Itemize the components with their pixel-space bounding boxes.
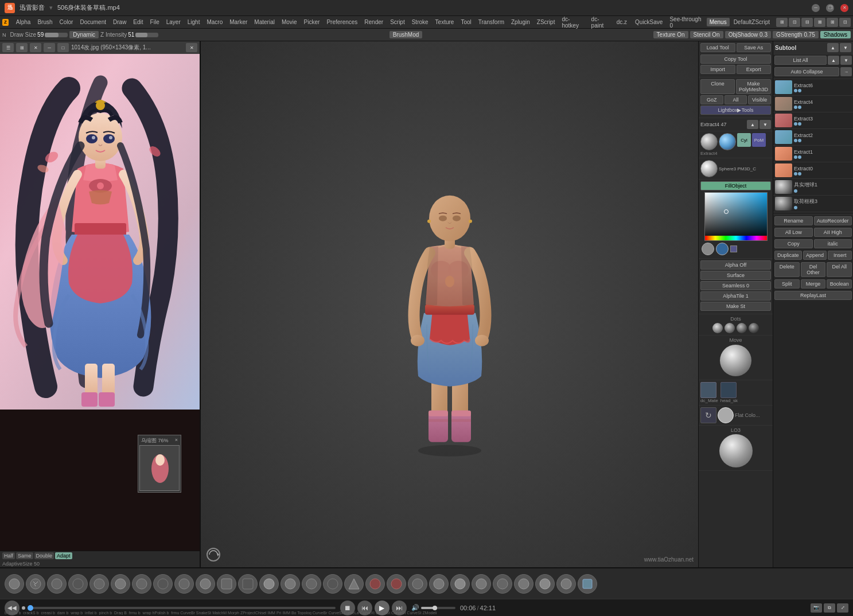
seamless-btn[interactable]: Seamless 0 [700,281,771,290]
popup-close[interactable]: × [175,437,178,445]
auto-recorder-btn[interactable]: AutoRecorder [814,216,852,225]
menu-color[interactable]: Color [57,18,76,26]
tab-half[interactable]: Half [2,552,15,559]
menus-btn[interactable]: Menus [707,18,730,26]
draw-size-slider[interactable] [45,33,68,37]
volume-thumb[interactable] [433,606,437,610]
menu-zplugin[interactable]: Zplugin [508,18,533,26]
toolbar-icon-1[interactable]: ⊞ [776,18,788,27]
menu-dc-z[interactable]: dc.z [614,18,630,26]
save-as-btn[interactable]: Save As [737,43,772,52]
menu-tool[interactable]: Tool [458,18,474,26]
subtool-item-extract2[interactable]: Extract2 [773,129,853,146]
dot-sphere-4[interactable] [749,323,759,333]
subtool-item-extract4[interactable]: Extract4 [773,96,853,112]
subtool-item-extract0[interactable]: Extract0 [773,162,853,179]
brush-imm-bo[interactable] [387,574,406,594]
menu-picker[interactable]: Picker [301,18,323,26]
make-st-btn[interactable]: Make St [700,302,771,311]
brush-curvebr[interactable] [259,574,279,594]
shadows-btn[interactable]: Shadows [820,31,851,38]
brush-b-frmu[interactable] [174,574,194,594]
ref-close-btn[interactable]: ✕ [30,43,41,52]
list-arr-1[interactable]: ▲ [828,56,839,65]
append-btn[interactable]: Append [803,251,827,260]
menu-light[interactable]: Light [185,18,203,26]
menu-stroke[interactable]: Stroke [409,18,431,26]
tab-double[interactable]: Double [34,552,54,559]
copy-tool-btn[interactable]: Copy Tool [700,54,771,64]
brush-morph[interactable] [323,574,342,594]
brush-b-dam[interactable] [68,574,88,594]
make-polymesh-btn[interactable]: Make PolyMesh3D [736,79,771,94]
back-color-swatch[interactable] [716,243,729,255]
main-sphere-icon[interactable] [720,345,751,376]
brush-zmodeli[interactable] [578,574,597,594]
fore-color-swatch[interactable] [702,243,714,255]
brush-matchm[interactable] [302,574,321,594]
rotate-tool-btn[interactable]: ↻ [700,407,716,423]
import-btn[interactable]: Import [700,65,735,74]
insert-btn[interactable]: Insert [828,251,852,260]
menu-texture[interactable]: Texture [433,18,457,26]
fill-object-btn[interactable]: FillObject [700,181,771,190]
extract-arr-dn[interactable]: ▼ [759,120,771,129]
menu-transform[interactable]: Transform [476,18,507,26]
menu-draw[interactable]: Draw [110,18,129,26]
menu-material[interactable]: Material [251,18,278,26]
g-strength-btn[interactable]: GStrength 0.75 [773,31,819,38]
brush-b-wrap[interactable] [89,574,109,594]
menu-zscript[interactable]: ZScript [534,18,558,26]
ref-menu-btn[interactable]: ☰ [2,43,14,52]
duplicate-btn[interactable]: Duplicate [774,251,802,260]
clone-btn[interactable]: Clone [700,79,735,94]
dc-mate-icon[interactable] [700,382,716,398]
auto-collapse-btn[interactable]: Auto Collapse [774,67,839,76]
toolbar-icon-4[interactable]: ⊠ [814,18,825,27]
ref-maximize-btn[interactable]: □ [57,43,69,52]
subtool-item-extract1[interactable]: Extract1 [773,146,853,162]
brush-b-pinch[interactable] [132,574,151,594]
menu-dc-hotkey[interactable]: dc-hotkey [559,15,587,30]
menu-layer[interactable]: Layer [163,18,184,26]
brush-hpolish[interactable] [217,574,236,594]
brush-curvext[interactable] [493,574,512,594]
brush-snakest[interactable] [281,574,300,594]
toolbar-icon-5[interactable]: ⊞ [827,18,838,27]
del-all-btn[interactable]: Del All [827,262,852,277]
dynamic-btn[interactable]: Dynamic [69,31,99,38]
polymesh-thumb[interactable]: PoM [752,133,766,147]
all-high-btn[interactable]: AII High [814,228,852,237]
subtool-item-extract6[interactable]: Extract6 [773,79,853,96]
list-arr-2[interactable]: ▼ [840,56,852,65]
goz-btn[interactable]: GoZ [700,95,723,104]
stencil-on-btn[interactable]: Stencil On [690,31,723,38]
all-btn[interactable]: All [725,95,747,104]
del-other-btn[interactable]: Del Other [801,262,826,277]
brush-b-frmu2[interactable] [238,574,258,594]
brush-curvest4[interactable] [556,574,576,594]
ref-close-x-btn[interactable]: ✕ [186,43,197,52]
menu-macro[interactable]: Macro [204,18,225,26]
subtool-arrow-dn[interactable]: ▼ [840,43,851,52]
close-button[interactable]: ✕ [840,4,848,12]
toolbar-icon-3[interactable]: ⊟ [801,18,813,27]
hue-bar[interactable] [705,236,767,240]
menu-document[interactable]: Document [77,18,109,26]
see-through-btn[interactable]: See-through 0 [667,15,705,30]
brush-b-cracks[interactable] [26,574,45,594]
extract-arr-up[interactable]: ▲ [747,120,758,129]
ac-arr-1[interactable]: → [840,67,852,76]
toolbar-icon-2[interactable]: ⊡ [789,18,800,27]
replay-last-btn[interactable]: ReplayLast [774,291,852,300]
copy-btn[interactable]: Copy [774,239,813,248]
menu-file[interactable]: File [147,18,162,26]
default-zscript-btn[interactable]: DefaultZScript [731,18,773,26]
cylinder-thumb[interactable]: Cyl [737,133,751,147]
alt-color-swatch[interactable] [730,245,737,252]
dot-sphere-3[interactable] [737,323,747,333]
all-low-btn[interactable]: All Low [774,228,813,237]
volume-bar[interactable] [421,607,455,609]
brush-b-creasi[interactable] [47,574,67,594]
subtool-item-extract3[interactable]: Extract3 [773,112,853,129]
